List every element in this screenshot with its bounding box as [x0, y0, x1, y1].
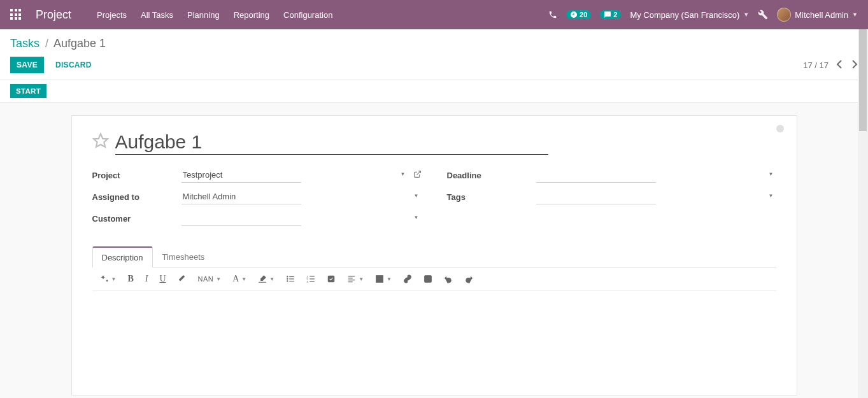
project-field[interactable]: [181, 167, 301, 183]
form-sheet: Project Assigned to: [71, 115, 797, 395]
editor-toolbar: ▼ B I U NAN ▼ A ▼: [92, 267, 776, 291]
priority-star-icon[interactable]: [92, 132, 109, 153]
app-brand[interactable]: Project: [36, 8, 71, 22]
status-bar: START: [0, 80, 868, 103]
control-panel: Tasks / Aufgabe 1 SAVE DISCARD 17 / 17: [0, 29, 868, 80]
company-name: My Company (San Francisco): [630, 10, 739, 20]
nav-reporting[interactable]: Reporting: [234, 10, 269, 20]
breadcrumb-current: Aufgabe 1: [53, 37, 106, 50]
user-menu[interactable]: Mitchell Admin ▼: [777, 8, 858, 22]
highlight-icon[interactable]: ▼: [258, 274, 274, 283]
form-tabs: Description Timesheets: [92, 246, 776, 267]
nav-configuration[interactable]: Configuration: [283, 10, 332, 20]
redo-icon[interactable]: [464, 274, 473, 283]
svg-rect-19: [376, 276, 383, 283]
unordered-list-icon[interactable]: [286, 274, 295, 283]
timer-badge[interactable]: 20: [566, 10, 591, 19]
checklist-icon[interactable]: [327, 274, 336, 283]
link-icon[interactable]: [403, 274, 412, 283]
external-link-icon[interactable]: [413, 170, 422, 180]
font-color-icon[interactable]: A ▼: [232, 274, 246, 284]
svg-point-3: [287, 278, 288, 280]
main-navbar: Project Projects All Tasks Planning Repo…: [0, 0, 868, 29]
nav-planning[interactable]: Planning: [187, 10, 220, 20]
svg-point-25: [426, 277, 427, 278]
user-name: Mitchell Admin: [795, 10, 848, 20]
magic-wand-icon[interactable]: ▼: [100, 274, 117, 283]
task-title-input[interactable]: [115, 131, 548, 155]
messages-badge[interactable]: 2: [600, 10, 621, 19]
svg-rect-18: [348, 281, 353, 282]
nav-all-tasks[interactable]: All Tasks: [141, 10, 173, 20]
timer-badge-count: 20: [580, 11, 587, 18]
pager-prev-icon[interactable]: [836, 60, 843, 71]
font-size-select[interactable]: NAN ▼: [198, 275, 222, 283]
bold-icon[interactable]: B: [127, 274, 133, 284]
svg-marker-0: [94, 134, 108, 147]
pager-text[interactable]: 17 / 17: [803, 60, 829, 70]
debug-icon[interactable]: [758, 10, 768, 20]
content-area: Project Assigned to: [0, 103, 868, 398]
nav-projects[interactable]: Projects: [97, 10, 127, 20]
undo-icon[interactable]: [444, 274, 453, 283]
deadline-field[interactable]: [536, 167, 656, 183]
save-button[interactable]: SAVE: [10, 57, 44, 73]
avatar: [777, 8, 791, 22]
discard-button[interactable]: DISCARD: [49, 57, 98, 73]
svg-line-1: [416, 171, 420, 175]
tags-field[interactable]: [536, 189, 656, 204]
tab-description[interactable]: Description: [92, 246, 153, 267]
svg-rect-13: [309, 281, 315, 282]
align-icon[interactable]: ▼: [347, 274, 364, 283]
svg-rect-12: [309, 278, 315, 279]
start-button[interactable]: START: [10, 84, 46, 98]
italic-icon[interactable]: I: [145, 274, 148, 284]
label-tags: Tags: [447, 192, 536, 202]
breadcrumb-separator: /: [45, 37, 48, 50]
svg-rect-14: [328, 276, 335, 283]
svg-text:3: 3: [307, 280, 309, 283]
kanban-state-dot[interactable]: [776, 125, 784, 132]
label-assigned-to: Assigned to: [92, 192, 181, 202]
svg-rect-15: [348, 276, 355, 276]
underline-icon[interactable]: U: [159, 274, 166, 284]
svg-rect-5: [289, 276, 294, 277]
scrollbar-thumb[interactable]: [859, 29, 867, 131]
scrollbar[interactable]: [858, 29, 868, 398]
label-deadline: Deadline: [447, 171, 536, 180]
nav-menu: Projects All Tasks Planning Reporting Co…: [97, 10, 332, 20]
ordered-list-icon[interactable]: 123: [306, 274, 315, 283]
breadcrumb: Tasks / Aufgabe 1: [10, 37, 106, 50]
pager-next-icon[interactable]: [851, 60, 858, 71]
label-project: Project: [92, 171, 181, 180]
assigned-to-field[interactable]: [181, 189, 301, 204]
svg-point-4: [287, 280, 288, 281]
apps-launcher-icon[interactable]: [10, 9, 22, 20]
image-icon[interactable]: [423, 274, 432, 283]
svg-rect-17: [348, 280, 355, 280]
svg-rect-11: [309, 276, 315, 276]
tab-timesheets[interactable]: Timesheets: [153, 246, 215, 267]
label-customer: Customer: [92, 214, 181, 224]
svg-point-2: [287, 276, 288, 277]
phone-icon[interactable]: [548, 10, 557, 19]
company-switcher[interactable]: My Company (San Francisco) ▼: [630, 10, 749, 20]
customer-field[interactable]: [181, 211, 301, 226]
table-icon[interactable]: ▼: [375, 274, 392, 283]
breadcrumb-root[interactable]: Tasks: [10, 37, 39, 50]
chevron-down-icon: ▼: [852, 11, 858, 18]
svg-rect-6: [289, 278, 294, 279]
messages-badge-count: 2: [613, 11, 617, 18]
svg-rect-16: [348, 278, 353, 278]
chevron-down-icon: ▼: [743, 11, 749, 18]
svg-rect-7: [289, 281, 294, 281]
remove-format-icon[interactable]: [178, 274, 187, 283]
